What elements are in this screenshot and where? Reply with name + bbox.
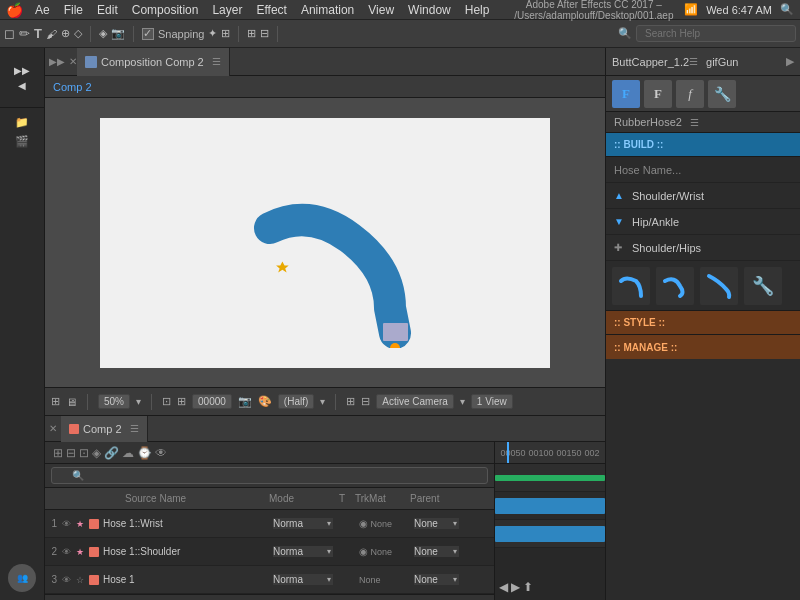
viewer-options-icon[interactable]: ⊞ <box>51 395 60 408</box>
tl-ctrl-icon-2[interactable]: ⊟ <box>66 446 76 460</box>
layer-mode-select-3[interactable]: Norma <box>273 574 333 585</box>
color-correction-icon[interactable]: 🎨 <box>258 395 272 408</box>
tabbar-expand[interactable]: ▶▶ <box>49 56 65 67</box>
playhead[interactable] <box>507 442 509 463</box>
tl-ctrl-icon-1[interactable]: ⊞ <box>53 446 63 460</box>
layer-parent-select-3[interactable]: None <box>414 574 459 585</box>
zoom-display[interactable]: 50% <box>98 394 130 409</box>
layer-star-icon[interactable]: ★ <box>73 517 87 531</box>
rubhose-menu[interactable]: ☰ <box>690 117 699 128</box>
menu-animation[interactable]: Animation <box>301 3 354 17</box>
list-item[interactable]: ▼ Hip/Ankle <box>606 209 800 235</box>
layer-mode-select-2[interactable]: Norma <box>273 546 333 557</box>
camera-snapshot-icon[interactable]: 📷 <box>238 395 252 408</box>
layer-shy-icon[interactable]: ◉ <box>359 518 368 529</box>
menu-view[interactable]: View <box>368 3 394 17</box>
zoom-dropdown-icon[interactable]: ▾ <box>136 396 141 407</box>
layer-parent-select-wrap[interactable]: None <box>414 518 459 529</box>
menu-file[interactable]: File <box>64 3 83 17</box>
tl-close-icon[interactable]: ✕ <box>49 423 57 434</box>
quality-display[interactable]: (Half) <box>278 394 314 409</box>
tl-ctrl-icon-7[interactable]: ⌚ <box>137 446 152 460</box>
tl-ctrl-icon-6[interactable]: ☁ <box>122 446 134 460</box>
layer-parent-select[interactable]: None <box>414 518 459 529</box>
right-panel-expand[interactable]: ▶ <box>786 55 794 68</box>
camera-display[interactable]: Active Camera <box>376 394 454 409</box>
fit-icon[interactable]: ⊡ <box>162 395 171 408</box>
menu-layer[interactable]: Layer <box>212 3 242 17</box>
timeline-search-input[interactable] <box>51 467 488 484</box>
apple-menu[interactable]: 🍎 <box>6 2 23 18</box>
menu-ae[interactable]: Ae <box>35 3 50 17</box>
layer-color-swatch[interactable] <box>89 575 99 585</box>
camera-dropdown-icon[interactable]: ▾ <box>460 396 465 407</box>
layer-mode-select-wrap[interactable]: Norma <box>273 518 333 529</box>
layer-mode-select-wrap-3[interactable]: Norma <box>273 574 333 585</box>
snapping-checkbox[interactable]: ✓ <box>142 28 154 40</box>
layer-parent-select-wrap-2[interactable]: None <box>414 546 459 557</box>
layer-mode-3[interactable]: Norma <box>273 574 343 585</box>
timeline-tab-comp2[interactable]: Comp 2 ☰ <box>61 416 148 442</box>
toolbar-camera-icon[interactable]: 📷 <box>111 27 125 40</box>
timecode-display[interactable]: 00000 <box>192 394 232 409</box>
plugin-icon-1[interactable]: F <box>612 80 640 108</box>
layer-mode-select-wrap-2[interactable]: Norma <box>273 546 333 557</box>
layer-shy-icon-2[interactable]: ◉ <box>359 546 368 557</box>
toolbar-clone-icon[interactable]: ⊕ <box>61 27 70 40</box>
layer-star-icon[interactable]: ★ <box>73 545 87 559</box>
plugin-icon-3[interactable]: f <box>676 80 704 108</box>
camera-grid-icon[interactable]: ⊞ <box>177 395 186 408</box>
menu-composition[interactable]: Composition <box>132 3 199 17</box>
layer-mode[interactable]: Norma <box>273 518 343 529</box>
region-icon[interactable]: ⊟ <box>361 395 370 408</box>
layer-eye-icon[interactable]: 👁 <box>59 517 73 531</box>
hose-thumb-2[interactable] <box>656 267 694 305</box>
expand-icon[interactable]: ▶▶ <box>14 65 30 76</box>
tl-ctrl-icon-4[interactable]: ◈ <box>92 446 101 460</box>
toolbar-brush-icon[interactable]: 🖌 <box>46 28 57 40</box>
view-display[interactable]: 1 View <box>471 394 513 409</box>
hose-thumb-wrench[interactable]: 🔧 <box>744 267 782 305</box>
layer-parent[interactable]: None <box>414 518 494 529</box>
layer-star-icon-empty[interactable]: ☆ <box>73 573 87 587</box>
layer-parent-2[interactable]: None <box>414 546 494 557</box>
toolbar-expand-icon[interactable]: ⊞ <box>247 27 256 40</box>
layer-color-swatch[interactable] <box>89 547 99 557</box>
panel-options-icon[interactable]: ◀ <box>18 80 26 91</box>
menu-edit[interactable]: Edit <box>97 3 118 17</box>
search-icon[interactable]: 🔍 <box>780 3 794 16</box>
tl-ctrl-icon-5[interactable]: 🔗 <box>104 446 119 460</box>
toolbar-roto-icon[interactable]: ◈ <box>99 27 107 40</box>
layer-mode[interactable]: Norma <box>273 546 343 557</box>
tl-ctrl-icon-3[interactable]: ⊡ <box>79 446 89 460</box>
layer-eye-icon[interactable]: 👁 <box>59 545 73 559</box>
layer-parent-select-2[interactable]: None <box>414 546 459 557</box>
menu-window[interactable]: Window <box>408 3 451 17</box>
tl-ctrl-icon-8[interactable]: 👁 <box>155 446 167 460</box>
nav-icon-3[interactable]: ⬆ <box>523 580 533 594</box>
quality-dropdown-icon[interactable]: ▾ <box>320 396 325 407</box>
nav-icon-1[interactable]: ◀ <box>499 580 508 594</box>
footage-icon[interactable]: 🎬 <box>15 135 29 148</box>
search-help-input[interactable] <box>636 25 796 42</box>
layer-eye-icon[interactable]: 👁 <box>59 573 73 587</box>
toolbar-grid-icon[interactable]: ⊟ <box>260 27 269 40</box>
toolbar-pen-icon[interactable]: ✏ <box>19 26 30 41</box>
toolbar-select-icon[interactable]: ◻ <box>4 26 15 41</box>
menu-help[interactable]: Help <box>465 3 490 17</box>
plugin-icon-wrench[interactable]: 🔧 <box>708 80 736 108</box>
hose-thumb-3[interactable] <box>700 267 738 305</box>
hose-thumb-1[interactable] <box>612 267 650 305</box>
list-item[interactable]: ✚ Shoulder/Hips <box>606 235 800 261</box>
plugin-1-menu[interactable]: ☰ <box>689 56 698 67</box>
close-comp-icon[interactable]: ✕ <box>69 56 77 67</box>
list-item[interactable]: ▲ Shoulder/Wrist <box>606 183 800 209</box>
viewer-display-icon[interactable]: 🖥 <box>66 396 77 408</box>
plugin-icon-2[interactable]: F <box>644 80 672 108</box>
layer-parent-select-wrap-3[interactable]: None <box>414 574 459 585</box>
toolbar-text-icon[interactable]: T <box>34 26 42 41</box>
layer-parent-3[interactable]: None <box>414 574 494 585</box>
nav-icon-2[interactable]: ▶ <box>511 580 520 594</box>
layer-color-swatch[interactable] <box>89 519 99 529</box>
comp-tab-comp2[interactable]: Composition Comp 2 ☰ <box>77 48 230 76</box>
